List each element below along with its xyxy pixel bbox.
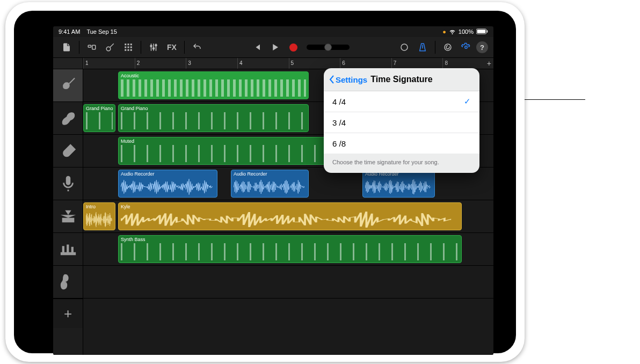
waveform <box>121 179 215 195</box>
region-label: Kyle <box>121 204 130 209</box>
battery-percent: 100% <box>459 28 474 35</box>
svg-rect-10 <box>128 47 129 48</box>
track-header-mic[interactable] <box>53 168 83 200</box>
help-button[interactable]: ? <box>476 41 488 53</box>
track-lane[interactable] <box>83 266 493 299</box>
divider <box>141 41 141 54</box>
svg-rect-13 <box>128 49 129 51</box>
svg-rect-8 <box>130 43 132 45</box>
ipad-frame: 9:41 AM Tue Sep 15 ● 100% <box>5 2 525 362</box>
region-label: Audio Recorder <box>234 171 267 177</box>
svg-point-19 <box>445 44 451 50</box>
svg-rect-3 <box>88 45 91 47</box>
region[interactable]: Kyle <box>118 202 462 230</box>
svg-rect-9 <box>125 47 126 48</box>
loop-button[interactable] <box>440 39 456 55</box>
region[interactable]: Audio Recorder <box>231 170 309 198</box>
track-header-bass[interactable] <box>53 135 83 168</box>
region[interactable]: Synth Bass <box>118 235 462 263</box>
tuner-button[interactable] <box>396 39 412 55</box>
time-sig-option[interactable]: 3 /4 <box>324 112 479 133</box>
time-sig-option[interactable]: 6 /8 <box>324 133 479 154</box>
rewind-button[interactable] <box>249 39 265 55</box>
svg-point-18 <box>401 44 408 50</box>
grid-button[interactable] <box>120 39 136 55</box>
wifi-icon <box>449 28 456 36</box>
popover-header: Settings Time Signature <box>324 68 479 91</box>
waveform <box>86 212 113 228</box>
ruler-tick: 4 <box>237 58 243 69</box>
track-lane[interactable]: Synth Bass <box>83 233 493 266</box>
master-volume-meter[interactable] <box>307 45 350 50</box>
record-button[interactable] <box>285 39 301 55</box>
option-label: 3 /4 <box>332 118 346 127</box>
popover-back-button[interactable]: Settings <box>329 75 367 84</box>
midi-pattern <box>121 79 306 97</box>
svg-point-16 <box>153 48 155 49</box>
metronome-button[interactable] <box>414 39 431 55</box>
track-header-guitar[interactable] <box>53 69 83 102</box>
mixer-button[interactable] <box>146 39 162 55</box>
status-left: 9:41 AM Tue Sep 15 <box>59 28 117 35</box>
divider <box>184 41 185 54</box>
region-label: Synth Bass <box>121 237 146 242</box>
checkmark-icon: ✓ <box>464 97 471 106</box>
region[interactable]: Intro <box>83 202 115 230</box>
settings-button[interactable] <box>458 39 474 55</box>
svg-rect-6 <box>125 43 126 45</box>
region[interactable]: Acoustic <box>118 71 309 99</box>
ruler-tick: 3 <box>186 58 191 69</box>
location-icon: ● <box>442 28 446 35</box>
waveform <box>365 179 432 195</box>
region-label: Audio Recorder <box>121 171 155 177</box>
time-ruler[interactable]: 12345678+ <box>53 58 493 69</box>
region[interactable]: Audio Recorder <box>118 170 217 198</box>
view-button[interactable] <box>84 39 100 55</box>
add-track-button[interactable]: + <box>53 299 83 328</box>
waveform <box>121 212 459 228</box>
track-header-synth[interactable] <box>53 233 83 266</box>
status-time: 9:41 AM <box>59 28 80 35</box>
svg-point-17 <box>155 45 157 46</box>
app-screen: 9:41 AM Tue Sep 15 ● 100% <box>53 26 493 355</box>
status-date: Tue Sep 15 <box>86 28 117 35</box>
svg-point-20 <box>465 46 468 49</box>
track-header-strings[interactable] <box>53 266 83 299</box>
ruler-tick: 6 <box>340 58 345 69</box>
midi-pattern <box>121 112 306 129</box>
track-header-drums[interactable] <box>53 200 83 233</box>
time-sig-option[interactable]: 4 /4✓ <box>324 91 479 112</box>
track-header-piano[interactable] <box>53 102 83 135</box>
status-bar: 9:41 AM Tue Sep 15 ● 100% <box>53 26 493 37</box>
svg-rect-14 <box>130 49 132 51</box>
svg-point-15 <box>150 45 152 47</box>
region-label: Grand Piano <box>121 106 148 111</box>
region[interactable]: Grand Piano <box>83 104 115 132</box>
time-signature-popover: Settings Time Signature 4 /4✓3 /46 /8 Ch… <box>324 68 479 173</box>
battery-icon <box>476 28 488 35</box>
add-section-button[interactable]: + <box>487 58 491 69</box>
ruler-tick: 2 <box>135 58 140 69</box>
svg-rect-1 <box>477 30 486 33</box>
option-label: 6 /8 <box>332 139 346 148</box>
browser-button[interactable] <box>59 39 75 55</box>
svg-rect-4 <box>92 45 96 49</box>
ruler-tick: 1 <box>83 58 89 69</box>
ruler-tick: 7 <box>391 58 397 69</box>
divider <box>79 41 79 54</box>
fx-button[interactable]: FX <box>164 39 180 55</box>
record-icon <box>289 43 297 52</box>
region[interactable]: Grand Piano <box>118 104 309 132</box>
ruler-tick: 5 <box>289 58 294 69</box>
region-label: Intro <box>86 204 96 209</box>
region[interactable]: Audio Recorder <box>362 170 435 198</box>
play-button[interactable] <box>267 39 283 55</box>
svg-rect-11 <box>130 47 132 48</box>
waveform <box>234 179 306 195</box>
svg-rect-7 <box>128 43 129 45</box>
undo-button[interactable] <box>189 39 205 55</box>
region-label: Grand Piano <box>86 106 113 111</box>
chevron-left-icon <box>329 75 334 84</box>
instrument-button[interactable] <box>102 39 118 55</box>
track-lane[interactable]: IntroKyle <box>83 200 493 233</box>
